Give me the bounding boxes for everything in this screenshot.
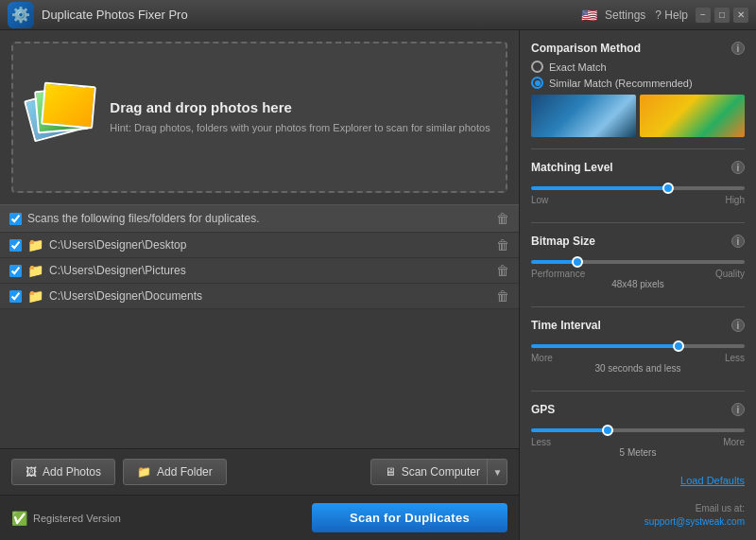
bitmap-size-slider[interactable] <box>531 260 745 264</box>
add-photos-icon: 🖼 <box>26 465 37 479</box>
bitmap-size-slider-container: Performance Quality 48x48 pixels <box>531 253 745 289</box>
time-interval-slider[interactable] <box>531 344 745 348</box>
gps-info-icon[interactable]: i <box>731 403 745 416</box>
folder-list-header-left: Scans the following files/folders for du… <box>9 212 259 225</box>
delete-icon-2[interactable]: 🗑 <box>496 288 509 304</box>
delete-icon-0[interactable]: 🗑 <box>496 237 509 253</box>
add-folder-label: Add Folder <box>157 465 213 479</box>
comparison-method-radio-group: Exact Match Similar Match (Recommended) <box>531 61 745 89</box>
similar-match-label: Similar Match (Recommended) <box>549 78 693 89</box>
divider-3 <box>531 306 745 307</box>
folder-item-left: 📁 C:\Users\Designer\Documents <box>9 288 202 304</box>
load-defaults-link[interactable]: Load Defaults <box>531 475 745 486</box>
title-bar-left: ⚙️ Duplicate Photos Fixer Pro <box>8 2 188 28</box>
left-panel: Drag and drop photos here Hint: Drag pho… <box>0 30 520 540</box>
divider-2 <box>531 222 745 223</box>
similar-match-radio[interactable] <box>531 77 543 89</box>
scan-footer: ✅ Registered Version Scan for Duplicates <box>0 495 519 540</box>
bitmap-size-title: Bitmap Size i <box>531 235 745 248</box>
bitmap-size-info-icon[interactable]: i <box>731 235 745 248</box>
bitmap-size-section: Bitmap Size i Performance Quality 48x48 … <box>531 235 745 295</box>
comparison-info-icon[interactable]: i <box>731 42 745 55</box>
folder-list-header: Scans the following files/folders for du… <box>0 204 519 233</box>
comparison-method-title: Comparison Method i <box>531 42 745 55</box>
time-interval-title: Time Interval i <box>531 319 745 332</box>
add-folder-button[interactable]: 📁 Add Folder <box>123 459 227 485</box>
matching-level-slider[interactable] <box>531 186 745 190</box>
gps-slider[interactable] <box>531 428 745 432</box>
gps-slider-container: Less More 5 Meters <box>531 422 745 458</box>
photo-stack <box>28 84 94 150</box>
window-controls: − □ ✕ <box>696 8 748 23</box>
main-layout: Drag and drop photos here Hint: Drag pho… <box>0 30 756 540</box>
gps-labels: Less More <box>531 437 745 447</box>
delete-icon-1[interactable]: 🗑 <box>496 263 509 278</box>
similar-match-option[interactable]: Similar Match (Recommended) <box>531 77 745 89</box>
divider-4 <box>531 391 745 392</box>
exact-match-radio[interactable] <box>531 61 543 73</box>
maximize-button[interactable]: □ <box>714 8 730 23</box>
email-address[interactable]: support@systweak.com <box>531 515 745 529</box>
gps-center-label: 5 Meters <box>531 447 745 458</box>
scan-computer-wrapper: 🖥 Scan Computer ▼ <box>370 459 507 485</box>
list-item: 📁 C:\Users\Designer\Desktop 🗑 <box>0 233 519 258</box>
time-interval-info-icon[interactable]: i <box>731 319 745 332</box>
help-menu[interactable]: ? Help <box>655 9 688 22</box>
add-photos-button[interactable]: 🖼 Add Photos <box>11 459 115 485</box>
bottom-action-bar: 🖼 Add Photos 📁 Add Folder 🖥 Scan Compute… <box>0 448 519 495</box>
folder-item-left: 📁 C:\Users\Designer\Pictures <box>9 263 186 278</box>
folder-icon: 📁 <box>27 288 43 304</box>
header-delete-icon[interactable]: 🗑 <box>496 211 509 226</box>
gps-title: GPS i <box>531 403 745 416</box>
add-photos-label: Add Photos <box>43 465 101 479</box>
time-interval-slider-container: More Less 30 seconds and less <box>531 338 745 374</box>
drop-zone-content: Drag and drop photos here Hint: Drag pho… <box>28 84 490 150</box>
drop-zone[interactable]: Drag and drop photos here Hint: Drag pho… <box>11 42 507 193</box>
comparison-method-section: Comparison Method i Exact Match Similar … <box>531 42 745 137</box>
preview-butterfly-image <box>531 95 636 137</box>
scan-for-duplicates-button[interactable]: Scan for Duplicates <box>312 503 507 532</box>
title-bar-right: 🇺🇸 Settings ? Help − □ ✕ <box>581 8 748 23</box>
folder-checkbox-1[interactable] <box>9 265 22 277</box>
time-interval-labels: More Less <box>531 353 745 363</box>
matching-level-slider-container: Low High <box>531 180 745 205</box>
drop-zone-heading: Drag and drop photos here <box>110 99 490 115</box>
folder-path-0: C:\Users\Designer\Desktop <box>49 238 186 252</box>
matching-level-section: Matching Level i Low High <box>531 161 745 211</box>
time-interval-section: Time Interval i More Less 30 seconds and… <box>531 319 745 379</box>
email-info: Email us at: support@systweak.com <box>531 502 745 529</box>
folder-checkbox-2[interactable] <box>9 290 22 303</box>
folder-checkbox-0[interactable] <box>9 239 22 252</box>
registered-badge: ✅ Registered Version <box>11 511 121 526</box>
folder-list-container: Scans the following files/folders for du… <box>0 204 519 448</box>
exact-match-option[interactable]: Exact Match <box>531 61 745 73</box>
folder-icon: 📁 <box>27 263 43 278</box>
matching-level-title: Matching Level i <box>531 161 745 174</box>
select-all-checkbox[interactable] <box>9 213 22 225</box>
list-item: 📁 C:\Users\Designer\Documents 🗑 <box>0 284 519 309</box>
flag-icon: 🇺🇸 <box>581 8 597 23</box>
folder-item-left: 📁 C:\Users\Designer\Desktop <box>9 237 186 253</box>
photo-card-3 <box>41 82 96 130</box>
folder-list-header-label: Scans the following files/folders for du… <box>27 212 259 225</box>
folder-icon: 📁 <box>27 237 43 253</box>
folder-path-2: C:\Users\Designer\Documents <box>49 289 202 303</box>
preview-images <box>531 95 745 137</box>
minimize-button[interactable]: − <box>696 8 711 23</box>
title-bar-menu: Settings ? Help <box>605 9 688 22</box>
app-title: Duplicate Photos Fixer Pro <box>42 8 188 22</box>
matching-level-labels: Low High <box>531 195 745 205</box>
settings-menu[interactable]: Settings <box>605 9 645 22</box>
add-folder-icon: 📁 <box>137 465 151 479</box>
close-button[interactable]: ✕ <box>733 8 748 23</box>
scan-computer-icon: 🖥 <box>385 465 396 479</box>
divider-1 <box>531 148 745 149</box>
drop-zone-text: Drag and drop photos here Hint: Drag pho… <box>110 99 490 135</box>
scan-computer-dropdown[interactable]: ▼ <box>487 459 507 485</box>
registered-icon: ✅ <box>11 511 27 526</box>
preview-sunflower-image <box>640 95 745 137</box>
matching-level-info-icon[interactable]: i <box>731 161 745 174</box>
gps-section: GPS i Less More 5 Meters <box>531 403 745 463</box>
time-interval-center-label: 30 seconds and less <box>531 363 745 374</box>
email-label: Email us at: <box>531 502 745 515</box>
